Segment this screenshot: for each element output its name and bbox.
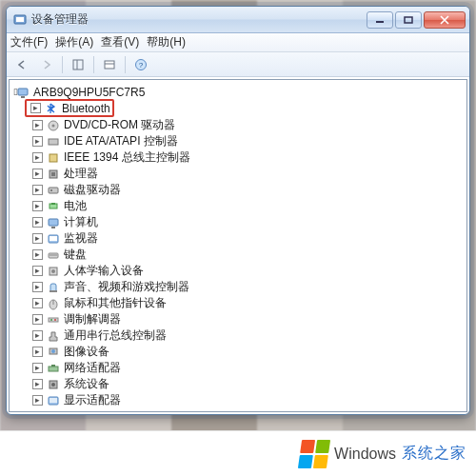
maximize-button[interactable] (395, 11, 422, 29)
tree-item-label: 监视器 (64, 230, 98, 247)
back-button[interactable] (10, 54, 33, 75)
tree-item-label: 调制解调器 (64, 311, 121, 327)
svg-rect-15 (50, 154, 57, 162)
svg-text:?: ? (139, 61, 144, 69)
tree-item[interactable]: ▸处理器 (29, 166, 465, 182)
tree-item[interactable]: ▸磁盘驱动器 (29, 182, 465, 198)
tree-item[interactable]: ▸鼠标和其他指针设备 (29, 295, 465, 311)
tree-item[interactable]: ▸计算机 (29, 214, 465, 230)
device-category-icon (46, 264, 61, 279)
expander-icon[interactable]: ▸ (32, 120, 43, 130)
tree-item[interactable]: ▸电池 (29, 198, 465, 214)
expander-icon[interactable]: ▸ (32, 363, 43, 373)
tree-item[interactable]: ▸键盘 (29, 247, 465, 263)
svg-point-19 (50, 189, 52, 191)
svg-rect-23 (51, 227, 55, 228)
expander-icon[interactable]: ▸ (32, 266, 43, 276)
expander-icon[interactable]: ▸ (32, 185, 43, 195)
tree-item[interactable]: ▸IDE ATA/ATAPI 控制器 (29, 133, 465, 149)
minimize-button[interactable] (367, 11, 393, 29)
tree-item[interactable]: ▸DVD/CD-ROM 驱动器 (29, 117, 465, 133)
titlebar[interactable]: 设备管理器 (7, 7, 469, 33)
menubar: 文件(F) 操作(A) 查看(V) 帮助(H) (7, 33, 469, 52)
help-button[interactable]: ? (129, 54, 152, 75)
tree-item-label: 显示适配器 (64, 392, 121, 408)
tree-item-label: 电池 (64, 198, 87, 214)
expander-icon[interactable]: ▸ (32, 282, 43, 292)
toolbar-separator (93, 56, 94, 73)
device-category-icon (46, 280, 61, 295)
tree-item-label: IDE ATA/ATAPI 控制器 (64, 133, 178, 149)
expander-icon[interactable]: ▸ (32, 395, 43, 406)
expander-icon[interactable]: ▸ (32, 233, 43, 244)
tree-item[interactable]: ▸网络适配器 (29, 360, 465, 376)
expander-icon[interactable]: ▸ (32, 330, 43, 341)
tree-item-label: 网络适配器 (64, 360, 121, 376)
svg-rect-25 (50, 236, 57, 241)
tree-item[interactable]: ▸图像设备 (29, 344, 465, 360)
expander-icon[interactable]: ▸ (32, 347, 43, 357)
svg-rect-14 (49, 139, 58, 145)
tree-item[interactable]: ▸通用串行总线控制器 (29, 327, 465, 344)
svg-rect-17 (51, 172, 55, 176)
tree-item[interactable]: ▸Bluetooth (27, 100, 110, 116)
tree-item-label: 处理器 (64, 166, 98, 182)
svg-rect-33 (49, 318, 58, 322)
tree-item[interactable]: ▸声音、视频和游戏控制器 (29, 279, 465, 295)
device-category-icon (46, 134, 61, 149)
expander-icon[interactable]: ▸ (32, 298, 43, 308)
window-buttons (365, 11, 466, 29)
svg-rect-18 (49, 188, 58, 193)
tree-item-label: 人体学输入设备 (64, 263, 144, 279)
device-tree[interactable]: ▯ ARB9Q9HPU5FC7R5 ▸Bluetooth▸DVD/CD-ROM … (9, 79, 467, 412)
tree-item-label: 系统设备 (64, 376, 109, 392)
expander-icon[interactable]: ▸ (30, 103, 41, 113)
menu-view[interactable]: 查看(V) (101, 34, 139, 50)
menu-action[interactable]: 操作(A) (55, 34, 93, 50)
svg-rect-38 (49, 367, 58, 371)
svg-point-13 (52, 124, 55, 127)
svg-rect-21 (51, 203, 55, 205)
svg-rect-11 (21, 96, 25, 98)
device-category-icon (46, 345, 61, 360)
toolbar-separator (62, 56, 63, 73)
expander-icon[interactable]: ▸ (32, 217, 43, 228)
tree-item-label: 鼠标和其他指针设备 (64, 295, 167, 311)
expander-icon[interactable]: ▸ (32, 152, 43, 163)
expander-icon[interactable]: ▸ (32, 201, 43, 211)
svg-rect-30 (50, 290, 57, 292)
tree-item[interactable]: ▸人体学输入设备 (29, 263, 465, 279)
expander-icon[interactable]: ▸ (32, 169, 43, 179)
device-category-icon (46, 231, 61, 247)
tree-item-label: 声音、视频和游戏控制器 (64, 279, 189, 295)
tree-item[interactable]: ▸监视器 (29, 230, 465, 247)
watermark-footer: Windows 系统之家 (0, 430, 476, 476)
tree-item-label: 图像设备 (64, 344, 109, 360)
watermark-text-2: 系统之家 (402, 444, 466, 464)
svg-rect-39 (51, 365, 55, 367)
toolbar: ? (7, 52, 469, 77)
tree-item[interactable]: ▸调制解调器 (29, 311, 465, 327)
expander-icon[interactable]: ▸ (32, 314, 43, 325)
computer-icon (15, 85, 30, 100)
expander-icon[interactable]: ▸ (32, 249, 43, 260)
tree-root[interactable]: ▯ ARB9Q9HPU5FC7R5 (11, 84, 465, 100)
properties-button[interactable] (98, 54, 121, 75)
expander-icon[interactable]: ▸ (32, 136, 43, 147)
expander-icon[interactable]: ▸ (32, 379, 43, 389)
toolbar-separator (125, 56, 126, 73)
forward-button[interactable] (35, 54, 58, 75)
menu-help[interactable]: 帮助(H) (147, 34, 186, 50)
menu-file[interactable]: 文件(F) (10, 34, 48, 50)
bluetooth-icon (44, 101, 59, 116)
show-hide-tree-button[interactable] (67, 54, 89, 75)
tree-item[interactable]: ▸IEEE 1394 总线主控制器 (29, 149, 465, 166)
tree-item-label: 通用串行总线控制器 (64, 327, 167, 344)
svg-point-34 (50, 319, 52, 321)
close-button[interactable] (424, 11, 466, 29)
tree-item[interactable]: ▸显示适配器 (29, 392, 465, 408)
device-category-icon (46, 312, 61, 327)
tree-item[interactable]: ▸系统设备 (29, 376, 465, 392)
tree-item-label: Bluetooth (62, 102, 110, 115)
app-icon (12, 12, 28, 28)
